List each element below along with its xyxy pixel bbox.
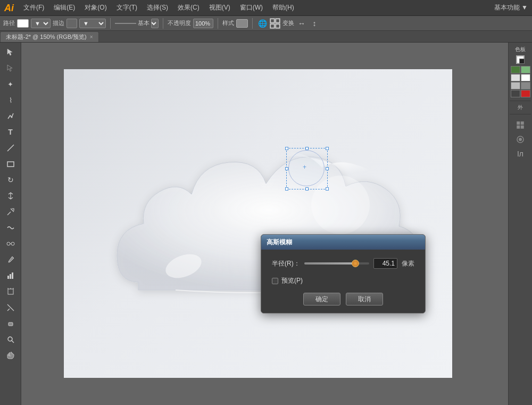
svg-rect-13 [8,289,13,294]
rotate-tool-btn[interactable]: ↻ [3,172,19,187]
reflect-tool-btn[interactable] [3,188,19,203]
opacity-input[interactable] [193,19,213,28]
magic-wand-tool-btn[interactable]: ✦ [3,77,19,92]
app-logo: Ai [4,3,14,13]
svg-point-27 [519,138,522,141]
eraser-tool-btn[interactable] [3,316,19,331]
canvas-area[interactable]: 高斯模糊 半径(R)： 像素 预览(P) [21,43,508,405]
stroke-label: 描边 [53,19,64,27]
line-tool-btn[interactable] [3,140,19,155]
preview-label: 预览(P) [281,276,303,285]
svg-rect-17 [9,323,13,326]
radius-value-input[interactable] [373,258,397,269]
transform-icon-btn[interactable]: ↔ [296,18,307,29]
swatch-red[interactable] [521,90,530,97]
direct-selection-tool-btn[interactable] [3,61,19,76]
zoom-tool-btn[interactable] [3,332,19,347]
swatch-white[interactable] [521,74,530,81]
radius-label: 半径(R)： [272,259,300,268]
radius-slider-thumb[interactable] [352,260,359,267]
preview-checkbox[interactable] [272,278,278,284]
stroke-color-swatch[interactable] [519,59,525,64]
graph-tool-btn[interactable] [3,268,19,283]
transform-label: 变换 [282,19,294,27]
swatch-near-black[interactable] [511,90,520,97]
rectangle-tool-btn[interactable] [3,156,19,171]
stroke-type-label: 基本 [138,19,149,27]
svg-point-21 [311,176,370,234]
toolbar-separator-1 [110,18,111,29]
dialog-body: 半径(R)： 像素 预览(P) 确定 取消 [261,250,425,313]
svg-point-8 [11,242,14,245]
panel-icon-btn-3[interactable]: Iл [511,147,530,160]
svg-point-4 [11,117,12,118]
swatch-light-gray[interactable] [511,74,520,81]
stroke-weight-input[interactable] [66,19,77,28]
scale-tool-btn[interactable] [3,204,19,219]
color-swatches-grid [510,65,531,98]
cancel-button[interactable]: 取消 [346,293,383,305]
opacity-label: 不透明度 [168,19,191,27]
selected-circle-object [288,150,325,186]
panel-icon-btn-1[interactable] [511,119,530,131]
stroke-weight-select[interactable]: ▼ [79,19,106,28]
radius-row: 半径(R)： 像素 [272,258,414,269]
stroke-type-select[interactable]: ▼ [151,19,159,28]
toolbar-separator-2 [163,18,163,29]
warp-tool-btn[interactable] [3,220,19,235]
artboard-tool-btn[interactable] [3,284,19,299]
eyedropper-tool-btn[interactable] [3,252,19,267]
selection-tool-btn[interactable] [3,45,19,60]
lasso-tool-btn[interactable]: ⌇ [3,93,19,108]
radius-slider-track[interactable] [304,262,369,265]
fill-select[interactable]: ▼ [31,19,51,28]
gaussian-blur-dialog: 高斯模糊 半径(R)： 像素 预览(P) [261,234,426,313]
panel-separator-2 [510,114,531,114]
workspace-selector[interactable]: 基本功能 ▼ [494,3,528,12]
svg-rect-11 [10,274,11,279]
menu-type[interactable]: 文字(T) [112,2,142,13]
tab-close-button[interactable]: × [90,34,93,40]
menu-window[interactable]: 窗口(W) [236,2,267,13]
swatch-gray[interactable] [511,82,520,89]
main-layout: ✦ ⌇ T ↻ [0,43,532,405]
active-tab[interactable]: 未标题-2* @ 150% (RGB/预览) × [0,31,99,42]
svg-rect-23 [521,121,524,125]
tab-label: 未标题-2* @ 150% (RGB/预览) [6,33,87,41]
menu-help[interactable]: 帮助(H) [268,2,298,13]
tab-bar: 未标题-2* @ 150% (RGB/预览) × [0,31,532,43]
dialog-titlebar: 高斯模糊 [261,235,425,250]
type-tool-btn[interactable]: T [3,125,19,139]
swatch-light-green[interactable] [521,66,530,73]
blend-tool-btn[interactable] [3,236,19,251]
fill-swatch[interactable] [17,19,29,28]
dialog-buttons: 确定 取消 [272,293,414,305]
svg-rect-0 [270,19,275,23]
hand-tool-btn[interactable] [3,348,19,363]
svg-rect-25 [521,126,524,129]
stroke-line [115,23,136,24]
menu-select[interactable]: 选择(S) [143,2,172,13]
menu-object[interactable]: 对象(O) [80,2,111,13]
toolbar: 路径 ▼ 描边 ▼ 基本 ▼ 不透明度 样式 🌐 变换 ↔ ↕ [0,16,532,31]
slice-tool-btn[interactable] [3,300,19,315]
color-panel: 色板 外 [509,43,532,164]
svg-rect-24 [517,126,520,129]
ok-button[interactable]: 确定 [303,293,340,305]
grid-icon-btn[interactable] [270,18,280,29]
resize-icon-btn[interactable]: ↕ [309,18,320,29]
globe-icon-btn[interactable]: 🌐 [257,18,268,29]
style-swatch[interactable] [236,19,248,28]
menu-view[interactable]: 视图(V) [205,2,235,13]
pen-tool-btn[interactable] [3,109,19,123]
menu-effect[interactable]: 效果(C) [173,2,204,13]
svg-rect-2 [270,24,275,28]
fill-color-swatch[interactable] [516,55,525,64]
swatch-dark-gray[interactable] [521,82,530,89]
menu-file[interactable]: 文件(F) [19,2,48,13]
panel-icon-row: Iл [510,117,531,162]
menu-edit[interactable]: 编辑(E) [49,2,79,13]
swatch-green[interactable] [511,66,520,73]
panel-icon-btn-2[interactable] [511,133,530,146]
preview-row: 预览(P) [272,276,414,285]
